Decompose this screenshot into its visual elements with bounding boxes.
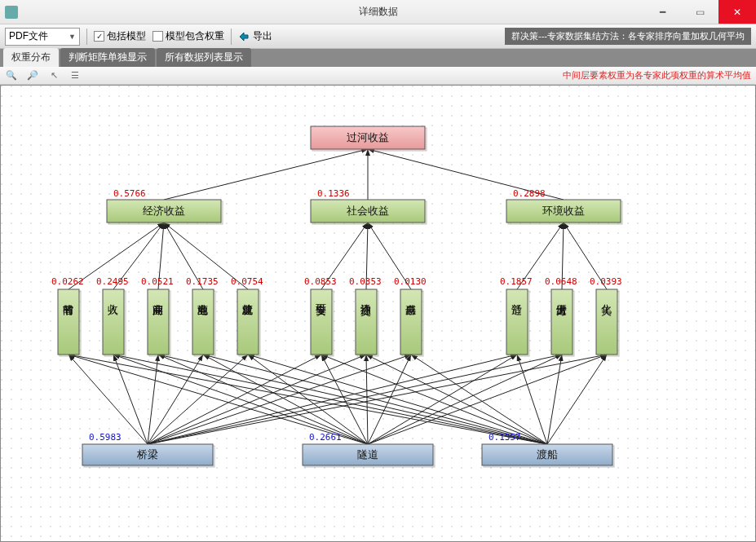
node-alt-a1[interactable]: 桥梁: [82, 444, 214, 467]
node-sub-s6[interactable]: 安全可靠: [311, 289, 334, 356]
node-alt-a3[interactable]: 渡船: [482, 444, 614, 467]
zoom-out-button[interactable]: 🔎: [26, 69, 39, 82]
svg-rect-66: [103, 289, 124, 355]
svg-rect-87: [506, 289, 528, 355]
node-sub-s10[interactable]: 进出方便: [551, 289, 574, 356]
status-text: 群决策---专家数据集结方法：各专家排序向量加权几何平均: [505, 28, 751, 45]
hint-text: 中间层要素权重为各专家此项权重的算术平均值: [563, 69, 751, 82]
svg-text:隧道: 隧道: [357, 448, 378, 460]
pdf-dropdown[interactable]: PDF文件 ▼: [5, 28, 80, 46]
svg-rect-93: [596, 289, 617, 355]
weight-s5: 0.0754: [231, 276, 263, 287]
weight-c1: 0.5766: [113, 188, 146, 199]
weight-s2: 0.2495: [96, 276, 129, 287]
svg-rect-63: [58, 289, 79, 355]
mini-toolbar: 🔍 🔎 ↖ ☰ 中间层要素权重为各专家此项权重的算术平均值: [0, 67, 756, 85]
svg-rect-69: [148, 289, 169, 355]
pdf-dropdown-label: PDF文件: [9, 29, 48, 43]
weight-s4: 0.1735: [186, 276, 219, 287]
export-label: 导出: [253, 29, 272, 43]
node-sub-s5[interactable]: 建筑就业: [237, 289, 260, 356]
model-with-weights-checkbox[interactable]: 模型包含权重: [153, 29, 224, 43]
svg-rect-75: [237, 289, 259, 355]
svg-text:桥梁: 桥梁: [136, 448, 158, 460]
include-model-checkbox[interactable]: ✓ 包括模型: [94, 29, 146, 43]
maximize-button[interactable]: ▭: [681, 0, 718, 24]
svg-rect-72: [192, 289, 214, 355]
weight-a3: 0.1357: [489, 432, 521, 443]
window-title: 详细数据: [359, 5, 398, 19]
weight-s7: 0.0353: [349, 276, 382, 287]
svg-rect-90: [551, 289, 573, 355]
app-icon: [5, 6, 18, 19]
weight-s3: 0.0521: [141, 276, 174, 287]
weight-s6: 0.0853: [304, 276, 337, 287]
svg-rect-78: [311, 289, 332, 355]
node-alt-a2[interactable]: 隧道: [303, 444, 435, 467]
svg-text:经济收益: 经济收益: [143, 205, 185, 217]
node-sub-s9[interactable]: 舒适: [506, 289, 529, 356]
minimize-button[interactable]: ━: [643, 0, 681, 24]
separator: [231, 29, 232, 45]
export-icon: [238, 31, 250, 42]
checkbox-icon: [153, 31, 163, 42]
weight-s9: 0.1857: [500, 276, 533, 287]
weight-s10: 0.0648: [545, 276, 577, 287]
node-sub-s11[interactable]: 美化: [596, 289, 619, 356]
node-sub-s8[interactable]: 自豪感: [400, 289, 423, 356]
node-criterion-c3[interactable]: 环境收益: [506, 200, 622, 224]
node-sub-s4[interactable]: 当地商业: [192, 289, 215, 356]
list-button[interactable]: ☰: [69, 69, 82, 82]
node-goal[interactable]: 过河收益: [311, 126, 427, 151]
svg-text:过河收益: 过河收益: [347, 131, 389, 143]
include-model-label: 包括模型: [107, 29, 146, 43]
node-criterion-c2[interactable]: 社会收益: [311, 200, 427, 224]
weight-s1: 0.0262: [51, 276, 84, 287]
node-sub-s3[interactable]: 岸间商业: [148, 289, 170, 356]
weight-c3: 0.2898: [513, 188, 546, 199]
checkbox-icon: ✓: [94, 31, 104, 42]
node-sub-s1[interactable]: 节省时间: [58, 289, 81, 356]
svg-rect-84: [400, 289, 422, 355]
toolbar: PDF文件 ▼ ✓ 包括模型 模型包含权重 导出 群决策---专家数据集结方法：…: [0, 24, 756, 49]
weight-a1: 0.5983: [89, 432, 122, 443]
weight-s11: 0.0393: [590, 276, 622, 287]
weight-s8: 0.0130: [394, 276, 427, 287]
zoom-in-button[interactable]: 🔍: [5, 69, 18, 82]
tab-weight-distribution[interactable]: 权重分布: [3, 48, 59, 67]
node-sub-s2[interactable]: 收入: [103, 289, 126, 356]
diagram-canvas[interactable]: 过河收益经济收益0.5766社会收益0.1336环境收益0.2898节省时间0.…: [0, 85, 756, 542]
node-sub-s7[interactable]: 交往沟通: [356, 289, 378, 356]
node-criterion-c1[interactable]: 经济收益: [107, 200, 223, 224]
svg-rect-81: [356, 289, 377, 355]
svg-text:环境收益: 环境收益: [542, 205, 585, 217]
weight-c2: 0.1336: [317, 188, 350, 199]
separator: [86, 29, 87, 45]
svg-text:渡船: 渡船: [537, 448, 558, 460]
tab-bar: 权重分布 判断矩阵单独显示 所有数据列表显示: [0, 49, 756, 67]
svg-rect-0: [5, 6, 18, 19]
export-button[interactable]: 导出: [238, 29, 272, 43]
tab-all-data-list[interactable]: 所有数据列表显示: [157, 48, 251, 67]
titlebar: 详细数据 ━ ▭ ✕: [0, 0, 756, 24]
chevron-down-icon: ▼: [69, 33, 76, 41]
tab-matrix-single[interactable]: 判断矩阵单独显示: [60, 48, 155, 67]
svg-text:社会收益: 社会收益: [347, 205, 389, 217]
weight-a2: 0.2661: [309, 432, 342, 443]
close-button[interactable]: ✕: [718, 0, 756, 24]
cursor-button[interactable]: ↖: [47, 69, 60, 82]
model-with-weights-label: 模型包含权重: [166, 29, 224, 43]
